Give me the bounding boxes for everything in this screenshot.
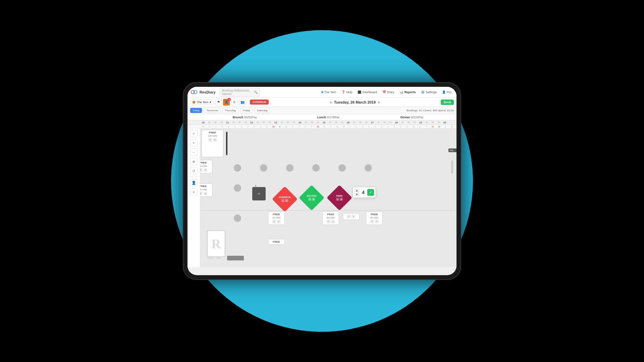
table-5-card[interactable]: FREE 1H:00M ≡ 4 <box>268 212 285 225</box>
nav-help[interactable]: ❓ Help <box>340 90 354 95</box>
logo-text: ResDiary <box>200 90 216 94</box>
nav-profile[interactable]: 👤 Pro <box>440 90 453 95</box>
periods-header: Brunch 36/55Pax Lunch 0/178Pax Dinner 0/… <box>187 114 457 120</box>
zoom-in-btn[interactable]: + <box>190 139 198 146</box>
table-circle-h[interactable] <box>234 215 241 222</box>
tablet-screen: ResDiary Booking References, Names 🔍 The… <box>187 87 457 275</box>
nav-profile-label: Pro <box>447 90 451 94</box>
overrun-list-icon[interactable]: ≡ <box>281 199 284 202</box>
table-circle-e[interactable] <box>338 164 346 172</box>
saturday-btn[interactable]: Saturday <box>255 108 270 113</box>
friday-btn[interactable]: Friday <box>240 108 253 113</box>
list-icon-blank[interactable]: ≡ <box>347 215 351 219</box>
num-icon-20[interactable]: 6 <box>203 191 207 195</box>
num-icon-6[interactable]: 8 <box>213 138 217 142</box>
date-nav-strip: Today Tomorrow Thursday Friday Saturday … <box>187 107 457 114</box>
resdiary-logo-icon <box>191 90 198 95</box>
person-icon-btn[interactable]: 👤 3 <box>223 99 230 106</box>
zoom-out-btn[interactable]: − <box>190 148 198 156</box>
num-icon-5t[interactable]: 4 <box>277 220 281 224</box>
count-strip: 32 440 049 258 6 34 4 150 53 4 31 21615 … <box>187 125 457 128</box>
top-nav: ResDiary Booking References, Names 🔍 The… <box>187 87 457 98</box>
table-20-area: 20 FREE 1H:30M ≡ 6 <box>202 183 205 186</box>
scroll-handle[interactable] <box>451 160 453 174</box>
park-card[interactable]: PARK ≡ 4 <box>327 185 352 210</box>
nav-dashboard-label: Dashboard <box>362 90 377 94</box>
table-card-free-6[interactable]: FREE 10H:00M ≡ 8 <box>202 130 223 157</box>
list-icon-14[interactable]: ≡ <box>370 220 374 224</box>
menu-btn[interactable]: ≡ <box>190 188 198 196</box>
nav-reports[interactable]: 📊 Reports <box>398 90 417 95</box>
free-time-12: 8H:45M <box>327 217 335 219</box>
nav-diary[interactable]: 📅 Diary <box>381 90 396 95</box>
help-icon: ❓ <box>341 90 345 94</box>
table-19-card[interactable]: FREE 1H:00M ≡ 6 <box>200 160 212 173</box>
table-circle-b[interactable] <box>260 164 267 172</box>
reset-btn[interactable]: ↺ <box>190 167 198 175</box>
venue-selector[interactable]: The Tern ▾ <box>190 100 214 105</box>
overrun-card[interactable]: OVERRUN ≡ 3 <box>272 186 298 212</box>
table-circle-g[interactable] <box>234 184 241 192</box>
book-button[interactable]: Book <box>441 100 454 105</box>
overrun-button[interactable]: OVERRUN <box>250 100 269 105</box>
num-down-btn[interactable]: ▼ <box>355 193 359 196</box>
lunch-count: 0/178Pax <box>327 116 340 119</box>
akhtar-list-icon[interactable]: ≡ <box>308 198 311 201</box>
next-date-btn[interactable]: » <box>376 100 381 105</box>
table-circle-a[interactable] <box>234 164 241 172</box>
table-circle-c[interactable] <box>286 164 293 172</box>
search-bar[interactable]: Booking References, Names 🔍 <box>220 88 260 97</box>
table-4-card[interactable]: − <box>252 187 266 200</box>
table-12-card[interactable]: FREE 8H:45M ≡ 4 <box>322 212 339 225</box>
table-circle-d[interactable] <box>312 164 320 172</box>
tomorrow-btn[interactable]: Tomorrow <box>204 108 220 113</box>
park-num-icon[interactable]: 4 <box>340 198 343 201</box>
akhtar-num-icon[interactable]: 4 <box>312 198 315 201</box>
copy-icon-btn[interactable]: ⎘ <box>231 99 238 106</box>
akhtar-card-label: AKHTAR <box>307 195 316 197</box>
prev-date-btn[interactable]: « <box>328 100 333 105</box>
akhtar-card[interactable]: AKHTAR ≡ 4 <box>299 185 324 210</box>
table-6-card[interactable]: FREE <box>268 239 285 245</box>
overrun-num-icon[interactable]: 3 <box>285 199 288 202</box>
list-icon-6[interactable]: ≡ <box>208 138 212 142</box>
lunch-period: Lunch 0/178Pax <box>286 116 370 119</box>
free-label-19: FREE <box>200 161 207 164</box>
thursday-btn[interactable]: Thursday <box>222 108 238 113</box>
table-14-area: 14 FREE 8H:45M ≡ 4 <box>373 212 376 214</box>
park-list-icon[interactable]: ≡ <box>336 198 339 201</box>
current-date: Tuesday, 26 March 2019 <box>334 100 376 104</box>
num-icon-blank[interactable]: 4 <box>352 215 356 219</box>
users-icon-btn[interactable]: 👥 <box>239 99 246 106</box>
flag-icon-btn[interactable]: ⚑ <box>215 99 222 106</box>
reports-icon: 📊 <box>399 90 403 94</box>
num-up-btn[interactable]: ▲ <box>355 189 359 192</box>
table-20-card[interactable]: FREE 1H:30M ≡ 6 <box>200 183 212 197</box>
nav-settings[interactable]: ⚙️ Settings <box>419 90 438 95</box>
free-time-14: 8H:45M <box>370 217 379 219</box>
list-icon-5t[interactable]: ≡ <box>272 220 276 224</box>
collapse-btn[interactable]: « <box>190 130 198 137</box>
park-card-label: PARK <box>336 195 342 197</box>
list-icon-20[interactable]: ≡ <box>200 191 203 195</box>
free-time-19: 1H:00M <box>200 165 207 167</box>
list-icon-19[interactable]: ≡ <box>200 168 203 172</box>
profile-icon: 👤 <box>442 90 446 94</box>
nav-venue[interactable]: The Tern <box>320 90 338 95</box>
nav-reports-label: Reports <box>404 90 416 94</box>
table-blank-card[interactable]: ≡ 4 <box>343 213 360 220</box>
num-icon-12[interactable]: 4 <box>331 220 335 224</box>
num-icon-19[interactable]: 6 <box>203 168 207 172</box>
num-icon-14[interactable]: 4 <box>375 220 379 224</box>
overrun-card-area: 3 OVERRUN ≡ 3 <box>276 187 294 208</box>
zoom-search-btn[interactable]: ⊕ <box>190 158 198 165</box>
user-btn[interactable]: 👤 <box>190 179 198 186</box>
confirm-covers-btn[interactable]: ✓ <box>367 189 374 196</box>
table-circle-f[interactable] <box>365 164 372 172</box>
search-placeholder: Booking References, Names <box>222 89 253 96</box>
table-14-card[interactable]: FREE 8H:45M ≡ 4 <box>366 212 383 225</box>
venue-dropdown-icon: ▾ <box>210 101 211 104</box>
nav-dashboard[interactable]: ⬛ Dashboard <box>356 90 379 95</box>
list-icon-12[interactable]: ≡ <box>326 220 330 224</box>
today-btn[interactable]: Today <box>190 108 202 113</box>
